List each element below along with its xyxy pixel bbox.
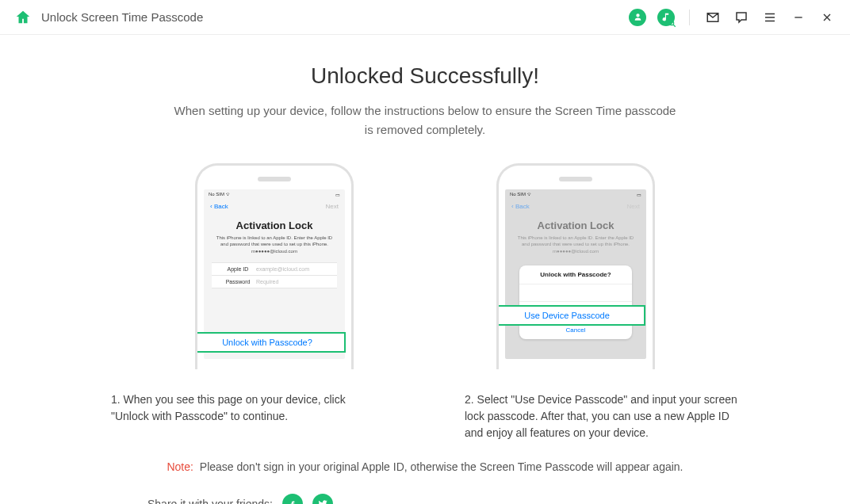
activation-desc: This iPhone is linked to an Apple ID. En…	[204, 231, 345, 258]
back-link: ‹ Back	[511, 203, 530, 210]
share-label: Share it with your friends:	[147, 498, 273, 504]
phone-illustration-1: No SIM ᯤ ▭ ‹ Back Next Activation Lock T…	[195, 163, 354, 369]
passcode-popup: Unlock with Passcode? Activation Lock He…	[519, 265, 632, 339]
status-right: ▭	[335, 192, 340, 197]
highlight-unlock-passcode: Unlock with Passcode?	[195, 332, 346, 353]
success-subtitle: When setting up your device, follow the …	[171, 101, 679, 139]
status-left: No SIM ᯤ	[510, 192, 532, 197]
menu-icon[interactable]	[761, 9, 779, 26]
note-row: Note: Please don't sign in your original…	[0, 460, 850, 473]
share-facebook-icon[interactable]	[282, 494, 303, 504]
phone-illustration-2: No SIM ᯤ ▭ ‹ Back Next Activation Lock T…	[496, 163, 655, 369]
back-link: ‹ Back	[210, 203, 228, 210]
svg-line-1	[673, 25, 676, 27]
next-link: Next	[326, 203, 339, 210]
share-twitter-icon[interactable]	[312, 494, 333, 504]
note-label: Note:	[167, 460, 193, 473]
music-search-icon[interactable]	[657, 9, 675, 26]
close-icon[interactable]	[818, 9, 836, 26]
highlight-use-device-passcode: Use Device Passcode	[496, 305, 645, 326]
activation-desc: This iPhone is linked to an Apple ID. En…	[505, 231, 646, 258]
page-title: Unlock Screen Time Passcode	[41, 10, 203, 24]
status-left: No SIM ᯤ	[209, 192, 231, 197]
caption-step-2: 2. Select "Use Device Passcode" and inpu…	[465, 391, 739, 441]
feedback-icon[interactable]	[733, 9, 750, 26]
header-bar: Unlock Screen Time Passcode	[0, 0, 850, 35]
field-label: Password	[220, 279, 256, 284]
main-content: Unlocked Successfully! When setting up y…	[0, 35, 850, 504]
success-heading: Unlocked Successfully!	[0, 63, 850, 89]
activation-title: Activation Lock	[204, 220, 345, 231]
minimize-icon[interactable]	[790, 9, 807, 26]
note-text: Please don't sign in your original Apple…	[200, 460, 683, 473]
mail-icon[interactable]	[704, 9, 722, 26]
field-value: example@icloud.com	[256, 266, 309, 272]
svg-point-0	[670, 21, 674, 25]
popup-title: Unlock with Passcode?	[519, 265, 632, 284]
divider	[689, 10, 690, 25]
home-icon[interactable]	[14, 9, 32, 26]
field-value: Required	[256, 279, 278, 284]
account-icon[interactable]	[629, 9, 646, 26]
caption-step-1: 1. When you see this page on your device…	[111, 391, 385, 441]
field-label: Apple ID	[220, 266, 256, 272]
status-right: ▭	[637, 192, 641, 197]
next-link: Next	[627, 203, 640, 210]
activation-title: Activation Lock	[505, 220, 646, 231]
